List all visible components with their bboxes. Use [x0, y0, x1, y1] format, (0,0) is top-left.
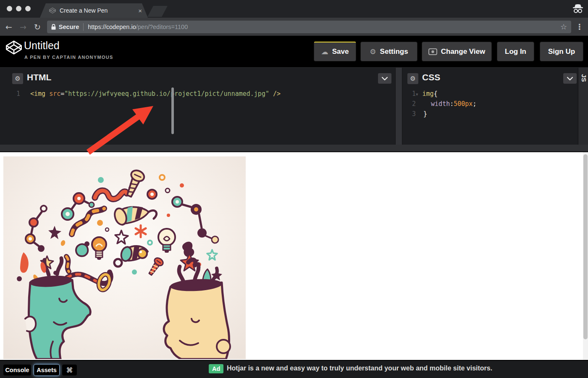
html-editor-panel[interactable]: ⚙ HTML 1<img src="https://jwfvyeeq.githu…: [0, 68, 395, 145]
settings-button-label: Settings: [380, 48, 408, 56]
browser-menu-icon[interactable]: ⋮: [571, 22, 588, 31]
keyboard-shortcuts-button[interactable]: ⌘: [62, 365, 77, 375]
preview-illustration: [3, 156, 246, 359]
save-button[interactable]: ☁ Save: [314, 42, 356, 61]
horizontal-resize-handle[interactable]: [0, 145, 588, 152]
console-button[interactable]: Console: [3, 365, 31, 375]
html-line-number: 1: [0, 90, 20, 98]
preview-pane: [0, 152, 588, 360]
ad-badge: Ad: [209, 364, 223, 373]
url-host: https://codepen.io: [88, 24, 136, 30]
css-code-line[interactable]: 3}: [402, 110, 427, 118]
browser-tab[interactable]: Create a New Pen ×: [40, 3, 148, 18]
browser-addressbar: ← → ↻ Secure https://codepen.io/pen/?edi…: [0, 18, 588, 36]
console-button-label: Console: [5, 367, 29, 373]
settings-button[interactable]: ⚙ Settings: [360, 42, 417, 61]
assets-button-label: Assets: [37, 367, 57, 373]
window-close-button[interactable]: [7, 6, 12, 11]
fold-caret-icon[interactable]: ▾: [416, 92, 418, 97]
bookmark-star-icon[interactable]: ☆: [560, 22, 567, 31]
signup-button[interactable]: Sign Up: [540, 42, 583, 61]
css-code[interactable]: width:500px;: [416, 100, 476, 108]
command-icon: ⌘: [66, 366, 73, 374]
tab-title: Create a New Pen: [60, 7, 138, 14]
login-button-label: Log In: [505, 48, 526, 56]
css-panel-chevron-down-icon[interactable]: [563, 73, 577, 84]
css-code-line[interactable]: 1▾img{: [402, 90, 438, 98]
back-icon[interactable]: ←: [2, 22, 16, 32]
codepen-logo-icon[interactable]: [6, 40, 22, 55]
pen-byline: A PEN BY CAPTAIN ANONYMOUS: [24, 55, 113, 60]
gear-icon: ⚙: [370, 48, 376, 56]
url-path: /pen/?editors=1100: [136, 24, 188, 30]
incognito-icon: [572, 4, 584, 14]
tab-close-icon[interactable]: ×: [138, 7, 142, 14]
js-collapsed-panel[interactable]: JS: [578, 68, 588, 145]
codepen-favicon-icon: [49, 7, 56, 14]
css-code[interactable]: img{: [418, 90, 438, 98]
ad-text[interactable]: Hotjar is a new and easy way to truly un…: [227, 365, 492, 372]
reload-icon[interactable]: ↻: [30, 22, 45, 32]
html-panel-chevron-down-icon[interactable]: [378, 73, 391, 84]
css-code-line[interactable]: 2 width:500px;: [402, 100, 476, 108]
secure-label: Secure: [59, 24, 79, 30]
url-field[interactable]: Secure https://codepen.io/pen/?editors=1…: [47, 21, 571, 33]
assets-button[interactable]: Assets: [34, 365, 59, 375]
browser-titlebar: Create a New Pen ×: [0, 0, 588, 18]
lock-icon: [51, 24, 56, 30]
css-code[interactable]: }: [416, 110, 427, 118]
codepen-header: Untitled A PEN BY CAPTAIN ANONYMOUS ☁ Sa…: [0, 36, 588, 67]
css-panel-title: CSS: [422, 72, 440, 82]
change-view-button[interactable]: Change View: [422, 42, 492, 61]
js-panel-label: JS: [580, 74, 588, 82]
new-tab-button[interactable]: [147, 6, 168, 17]
html-panel-title: HTML: [27, 72, 51, 82]
login-button[interactable]: Log In: [497, 42, 534, 61]
change-view-button-label: Change View: [441, 48, 486, 56]
url-separator: [83, 23, 84, 31]
css-editor-panel[interactable]: ⚙ CSS 1▾img{ 2 width:500px; 3}: [402, 68, 578, 145]
html-code-line[interactable]: 1<img src="https://jwfvyeeq.github.io/pr…: [0, 90, 281, 98]
pen-title: Untitled: [24, 40, 60, 52]
preview-scrollbar-thumb[interactable]: [583, 154, 588, 339]
html-code[interactable]: <img src="https://jwfvyeeq.github.io/pro…: [20, 90, 281, 98]
editor-area: ⚙ HTML 1<img src="https://jwfvyeeq.githu…: [0, 67, 588, 145]
css-line-number: 3: [402, 110, 416, 118]
css-panel-scrollbar[interactable]: [171, 87, 174, 134]
window-zoom-button[interactable]: [25, 6, 31, 11]
save-button-label: Save: [332, 48, 349, 56]
html-panel-gear-icon[interactable]: ⚙: [12, 73, 23, 84]
css-line-number: 2: [402, 100, 416, 108]
forward-icon: →: [16, 22, 30, 32]
window-minimize-button[interactable]: [16, 6, 21, 11]
change-view-icon: [428, 48, 437, 55]
css-line-number: 1: [402, 90, 416, 98]
signup-button-label: Sign Up: [548, 48, 575, 56]
editor-split-handle[interactable]: [395, 68, 402, 145]
cloud-icon: ☁: [321, 48, 328, 56]
css-panel-gear-icon[interactable]: ⚙: [407, 73, 418, 84]
